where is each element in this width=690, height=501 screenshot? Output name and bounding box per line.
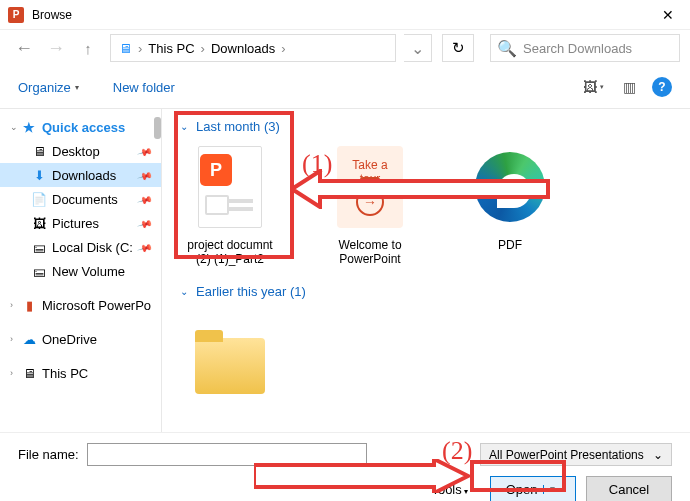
disk-icon: 🖴 (30, 240, 48, 255)
pin-icon: 📌 (137, 215, 153, 231)
pc-icon: 🖥 (119, 41, 132, 56)
tour-text: Take a (352, 158, 387, 172)
cancel-button[interactable]: Cancel (586, 476, 672, 501)
window-title: Browse (32, 8, 645, 22)
pc-icon: 🖥 (20, 366, 38, 381)
pin-icon: 📌 (137, 191, 153, 207)
file-filter-dropdown[interactable]: All PowerPoint Presentations (480, 443, 672, 466)
open-label: Open (506, 482, 538, 497)
new-folder-button[interactable]: New folder (113, 80, 175, 95)
filter-label: All PowerPoint Presentations (489, 448, 644, 462)
desktop-icon: 🖥 (30, 144, 48, 159)
file-name-sub: (2) (1)_Part2 (180, 252, 280, 266)
file-item-pdf[interactable]: PDF (460, 142, 560, 266)
file-name: Welcome to PowerPoint (320, 238, 420, 266)
group-header-lastmonth[interactable]: ⌄Last month (3) (180, 119, 672, 134)
file-list: ⌄Last month (3) P project documnt (2) (1… (162, 109, 690, 432)
breadcrumb-folder[interactable]: Downloads (207, 41, 279, 56)
up-button[interactable]: ↑ (74, 34, 102, 62)
search-box[interactable]: 🔍 (490, 34, 680, 62)
sidebar-item-localdisk[interactable]: 🖴Local Disk (C:📌 (0, 235, 161, 259)
sidebar-item-pictures[interactable]: 🖼Pictures📌 (0, 211, 161, 235)
sidebar-item-newvolume[interactable]: 🖴New Volume (0, 259, 161, 283)
breadcrumb-root[interactable]: This PC (144, 41, 198, 56)
file-item-folder[interactable] (180, 307, 280, 403)
address-dropdown[interactable]: ⌄ (404, 34, 432, 62)
file-name: PDF (460, 238, 560, 252)
pin-icon: 📌 (137, 143, 153, 159)
sidebar-ms-powerpoint[interactable]: ›▮Microsoft PowerPo (0, 293, 161, 317)
edge-icon (475, 152, 545, 222)
folder-icon (195, 338, 265, 394)
sidebar-item-label: Microsoft PowerPo (42, 298, 151, 313)
group-title: Earlier this year (1) (196, 284, 306, 299)
help-button[interactable]: ? (652, 77, 672, 97)
group-header-earlier[interactable]: ⌄Earlier this year (1) (180, 284, 672, 299)
sidebar-item-label: New Volume (52, 264, 125, 279)
downloads-icon: ⬇ (30, 168, 48, 183)
ppt-icon: P (360, 177, 380, 197)
pin-icon: 📌 (137, 167, 153, 183)
powerpoint-app-icon: P (8, 7, 24, 23)
view-details-button[interactable]: ▥ (616, 74, 642, 100)
sidebar-item-documents[interactable]: 📄Documents📌 (0, 187, 161, 211)
address-bar[interactable]: 🖥 › This PC › Downloads › (110, 34, 396, 62)
search-input[interactable] (523, 41, 673, 56)
sidebar-quick-access[interactable]: ⌄ ★ Quick access (0, 115, 161, 139)
sidebar-item-label: Downloads (52, 168, 116, 183)
group-title: Last month (3) (196, 119, 280, 134)
sidebar-item-label: OneDrive (42, 332, 97, 347)
sidebar-item-label: Desktop (52, 144, 100, 159)
file-item-welcome[interactable]: Take a tour → P Welcome to PowerPoint (320, 142, 420, 266)
sidebar-item-label: Documents (52, 192, 118, 207)
organize-button[interactable]: Organize (18, 80, 79, 95)
ppt-icon: P (200, 154, 232, 186)
chevron-icon: › (279, 41, 287, 56)
sidebar-onedrive[interactable]: ›☁OneDrive (0, 327, 161, 351)
file-item-project[interactable]: P project documnt (2) (1)_Part2 (180, 142, 280, 266)
chevron-icon: › (199, 41, 207, 56)
file-name: project documnt (180, 238, 280, 252)
sidebar-item-label: Local Disk (C: (52, 240, 133, 255)
forward-button[interactable]: → (42, 34, 70, 62)
sidebar-item-desktop[interactable]: 🖥Desktop📌 (0, 139, 161, 163)
powerpoint-icon: ▮ (20, 298, 38, 313)
tools-dropdown[interactable]: Tools (431, 482, 468, 497)
view-icons-button[interactable]: 🖼 (580, 74, 606, 100)
star-icon: ★ (20, 120, 38, 135)
search-icon: 🔍 (497, 39, 517, 58)
close-button[interactable]: ✕ (645, 0, 690, 30)
disk-icon: 🖴 (30, 264, 48, 279)
filename-input[interactable] (87, 443, 367, 466)
open-button[interactable]: Open▼ (490, 476, 576, 501)
sidebar-item-label: Pictures (52, 216, 99, 231)
sidebar-thispc[interactable]: ›🖥This PC (0, 361, 161, 385)
pictures-icon: 🖼 (30, 216, 48, 231)
documents-icon: 📄 (30, 192, 48, 207)
onedrive-icon: ☁ (20, 332, 38, 347)
pin-icon: 📌 (137, 239, 153, 255)
back-button[interactable]: ← (10, 34, 38, 62)
sidebar-item-label: This PC (42, 366, 88, 381)
filename-label: File name: (18, 447, 79, 462)
sidebar: ⌄ ★ Quick access 🖥Desktop📌 ⬇Downloads📌 📄… (0, 109, 162, 432)
chevron-icon: › (136, 41, 144, 56)
refresh-button[interactable]: ↻ (442, 34, 474, 62)
sidebar-item-downloads[interactable]: ⬇Downloads📌 (0, 163, 161, 187)
sidebar-label: Quick access (42, 120, 125, 135)
